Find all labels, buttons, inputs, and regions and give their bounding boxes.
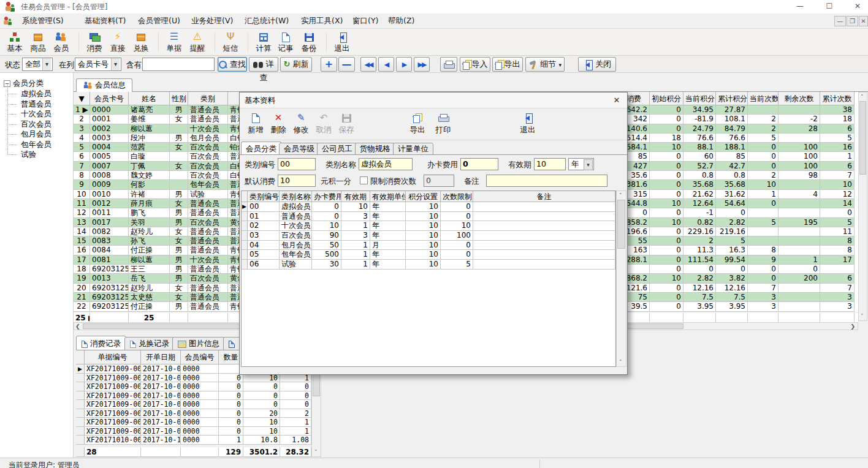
cell[interactable]: 100 (779, 162, 820, 171)
find-button[interactable]: 查找 (218, 57, 247, 72)
cell[interactable]: 35.68 (716, 180, 748, 189)
cell[interactable]: 84.79 (716, 124, 748, 134)
cell[interactable]: 2 (748, 171, 779, 180)
cell[interactable]: 10 (243, 427, 280, 436)
cell[interactable] (242, 191, 248, 202)
cell[interactable]: 18 (74, 265, 90, 274)
cell[interactable]: 06 (248, 260, 280, 270)
print-button[interactable] (440, 57, 457, 72)
cell[interactable]: 女 (170, 199, 188, 208)
cell[interactable]: 0 (716, 265, 748, 274)
cell[interactable]: 0084 (90, 246, 129, 255)
scroll-up-icon[interactable]: ˄ (619, 192, 622, 198)
cell[interactable]: 0 (650, 180, 683, 189)
scroll-down-icon[interactable]: ˅ (314, 449, 318, 455)
cell[interactable]: 4 (779, 190, 820, 199)
cell[interactable]: 类别 (188, 92, 228, 105)
cell[interactable]: 2.82 (683, 274, 716, 283)
cell[interactable]: 女 (170, 115, 188, 124)
cell[interactable]: 10 (650, 274, 683, 283)
cell[interactable]: 0 (650, 284, 683, 293)
close-button[interactable]: ✕ (847, 0, 868, 13)
cell[interactable]: 1 (280, 418, 311, 427)
cell[interactable] (779, 284, 820, 293)
cell[interactable]: 8 (74, 171, 90, 180)
export-button[interactable]: →导出 (492, 57, 523, 72)
cell[interactable]: 普通会员 (188, 302, 228, 311)
cell[interactable]: 诸葛亮 (129, 105, 170, 115)
cell[interactable]: 0001 (90, 115, 129, 124)
toolbar-member-button[interactable]: 会员 (48, 30, 75, 55)
cell[interactable]: 0 (219, 400, 243, 409)
cell[interactable]: 50 (312, 241, 341, 251)
cell[interactable]: 初始积分 (650, 92, 683, 105)
cell[interactable]: 10 (650, 143, 683, 152)
table-row[interactable]: XF20171009-00052017-10-090000000 (76, 400, 311, 409)
cell[interactable]: 1 (341, 221, 370, 231)
valid-unit-combo[interactable]: 年 (568, 158, 594, 170)
cell[interactable] (242, 212, 248, 222)
cell[interactable]: 10 (406, 212, 441, 222)
menu-stats[interactable]: 汇总统计(W) (238, 13, 295, 28)
cell[interactable]: 25 (129, 313, 170, 323)
cell[interactable]: 0 (650, 190, 683, 199)
table-row[interactable]: 04包月会员501月100 (242, 241, 615, 251)
cell[interactable]: 百次会员 (188, 162, 228, 171)
cell[interactable]: 0 (441, 212, 473, 222)
cell[interactable]: 积分设置 (406, 191, 441, 202)
cell[interactable]: 月 (370, 241, 406, 251)
cell[interactable]: 34.95 (683, 105, 716, 115)
cell[interactable]: 普通会员 (188, 227, 228, 236)
cell[interactable]: 100 (779, 143, 820, 152)
cell[interactable]: 0008 (90, 171, 129, 180)
maximize-button[interactable]: ☐ (819, 0, 840, 13)
cell[interactable]: 0007 (90, 162, 129, 171)
cell[interactable]: 0081 (90, 255, 129, 265)
cell[interactable] (779, 105, 820, 115)
dialog-exit-button[interactable]: 退出 (517, 110, 539, 138)
cell[interactable]: 7 (748, 284, 779, 293)
cell[interactable]: 02 (248, 221, 280, 231)
cell[interactable]: 0000 (181, 436, 219, 445)
cell[interactable]: 12.64 (683, 199, 716, 208)
cell[interactable] (748, 105, 779, 115)
cell[interactable]: 男 (170, 208, 188, 217)
cell[interactable]: 85 (716, 152, 748, 161)
table-row[interactable]: XF20171009-00042017-10-090000000 (76, 391, 311, 401)
cell[interactable]: 17 (74, 255, 90, 265)
table-row[interactable]: XF20171009-00072017-10-0900000101 (76, 418, 311, 427)
cell[interactable]: 男 (170, 265, 188, 274)
cell[interactable]: 10 (406, 250, 441, 260)
cell[interactable]: 0 (779, 265, 820, 274)
cell[interactable]: 姓名 (129, 92, 170, 105)
cell[interactable]: 6920312502 (90, 265, 129, 274)
cell[interactable]: 0002 (90, 124, 129, 134)
cell[interactable]: 188.1 (716, 143, 748, 152)
close-view-button[interactable]: 关闭 (578, 57, 616, 72)
cell[interactable]: 有效期 (341, 191, 370, 202)
cell[interactable]: 普通会员 (188, 246, 228, 255)
cell[interactable] (779, 134, 820, 143)
toolbar-remind-button[interactable]: ⚠提醒 (184, 30, 211, 55)
cell[interactable]: 9 (748, 255, 779, 265)
cell[interactable]: 3 (748, 293, 779, 302)
cell[interactable]: 0 (243, 391, 280, 401)
cell[interactable]: 0 (748, 152, 779, 161)
cell[interactable]: 0 (650, 246, 683, 255)
cell[interactable]: 百次会员 (188, 171, 228, 180)
cell[interactable] (748, 227, 779, 236)
cell[interactable]: 90 (312, 231, 341, 241)
cell[interactable]: 年 (370, 221, 406, 231)
cell[interactable]: 备注 (473, 191, 615, 202)
cell[interactable]: 太史慈 (129, 293, 170, 302)
cell[interactable]: 女 (170, 227, 188, 236)
cell[interactable]: 16 (820, 143, 855, 152)
cell[interactable]: 0000 (181, 374, 219, 383)
cell[interactable]: 10 (650, 199, 683, 208)
cell[interactable]: 当前次数 (748, 92, 779, 105)
cell[interactable]: 关羽 (129, 218, 170, 227)
cell[interactable] (716, 313, 748, 323)
cell[interactable]: 10 (748, 180, 779, 189)
cell[interactable]: 15 (74, 236, 90, 246)
cell[interactable]: 赵玲儿 (129, 227, 170, 236)
